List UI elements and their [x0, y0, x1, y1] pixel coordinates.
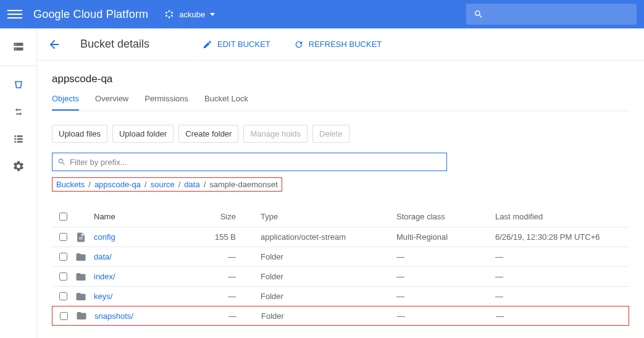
page-title: Bucket details	[80, 38, 149, 51]
create-folder-button[interactable]: Create folder	[178, 125, 238, 143]
table-row: config155 Bapplication/octet-streamMulti…	[52, 227, 629, 247]
crumb-current: sample-daemonset	[209, 180, 278, 189]
upload-files-button[interactable]: Upload files	[52, 125, 107, 143]
bucket-name: appscode-qa	[52, 73, 629, 85]
object-storage: —	[396, 292, 489, 301]
svg-rect-13	[17, 138, 22, 140]
crumb-bucket[interactable]: appscode-qa	[94, 180, 141, 189]
file-icon	[75, 232, 88, 243]
filter-box[interactable]	[52, 153, 447, 171]
table-header-row: Name Size Type Storage class Last modifi…	[52, 206, 629, 227]
row-checkbox[interactable]	[59, 273, 67, 281]
upload-folder-button[interactable]: Upload folder	[112, 125, 174, 143]
col-storage[interactable]: Storage class	[396, 212, 489, 221]
global-search[interactable]	[466, 4, 637, 25]
hex-dots-icon	[164, 9, 174, 19]
folder-icon	[75, 251, 88, 263]
pencil-icon	[203, 40, 212, 49]
nav-transfer-appliance[interactable]	[4, 127, 33, 151]
tab-objects[interactable]: Objects	[52, 94, 79, 111]
svg-rect-14	[14, 141, 16, 143]
col-name[interactable]: Name	[94, 212, 193, 221]
arrow-left-icon	[48, 38, 61, 51]
caret-down-icon	[210, 13, 215, 16]
product-name: Google Cloud Platform	[33, 8, 148, 21]
svg-rect-17	[79, 239, 83, 239]
object-modified: —	[495, 252, 624, 261]
svg-point-1	[165, 12, 167, 14]
svg-rect-6	[14, 43, 23, 46]
svg-point-9	[15, 49, 17, 50]
object-toolbar: Upload files Upload folder Create folder…	[52, 125, 629, 143]
svg-rect-12	[14, 138, 16, 140]
crumb-buckets[interactable]: Buckets	[56, 180, 85, 189]
refresh-bucket-label: REFRESH BUCKET	[309, 40, 382, 49]
crumb-source[interactable]: source	[151, 180, 175, 189]
svg-rect-7	[14, 48, 23, 51]
object-modified: 6/26/19, 12:30:28 PM UTC+6	[495, 232, 624, 242]
gear-icon	[12, 160, 25, 172]
project-name: ackube	[179, 10, 205, 19]
svg-point-0	[169, 11, 170, 12]
object-storage: Multi-Regional	[396, 232, 489, 242]
row-checkbox[interactable]	[59, 292, 67, 300]
col-size[interactable]: Size	[199, 212, 236, 221]
nav-buckets[interactable]	[4, 72, 33, 97]
crumb-data[interactable]: data	[184, 180, 199, 189]
svg-point-4	[171, 15, 173, 17]
object-type: Folder	[242, 272, 390, 281]
object-modified: —	[495, 292, 624, 301]
row-checkbox[interactable]	[59, 233, 67, 241]
object-type: Folder	[242, 252, 390, 261]
svg-rect-10	[14, 135, 16, 137]
back-button[interactable]	[40, 30, 69, 59]
col-modified[interactable]: Last modified	[495, 212, 624, 221]
object-modified: —	[496, 311, 624, 321]
search-icon	[474, 9, 483, 19]
object-name[interactable]: snapshots/	[94, 311, 193, 321]
transfer-icon	[12, 106, 25, 118]
object-storage: —	[396, 272, 489, 281]
nav-settings[interactable]	[4, 154, 33, 179]
breadcrumb: Buckets / appscode-qa / source / data / …	[52, 177, 282, 192]
tab-bucket-lock[interactable]: Bucket Lock	[204, 94, 248, 111]
manage-holds-button: Manage holds	[243, 125, 307, 143]
object-name[interactable]: index/	[94, 272, 193, 281]
object-type: Folder	[242, 292, 390, 301]
svg-point-5	[169, 17, 170, 19]
object-name[interactable]: keys/	[94, 292, 193, 301]
object-size: —	[199, 292, 236, 301]
menu-icon[interactable]	[7, 7, 22, 22]
refresh-bucket-button[interactable]: REFRESH BUCKET	[288, 36, 388, 53]
bucket-icon	[12, 78, 25, 91]
row-checkbox[interactable]	[60, 312, 68, 320]
delete-button: Delete	[312, 125, 349, 143]
filter-input[interactable]	[70, 158, 441, 167]
top-bar: Google Cloud Platform ackube	[0, 0, 644, 28]
tab-permissions[interactable]: Permissions	[144, 94, 188, 111]
row-checkbox[interactable]	[59, 253, 67, 261]
select-all-checkbox[interactable]	[59, 213, 67, 221]
svg-rect-11	[17, 135, 22, 137]
folder-icon	[75, 291, 88, 302]
object-storage: —	[397, 311, 490, 321]
list-icon	[12, 133, 25, 145]
tab-overview[interactable]: Overview	[95, 94, 128, 111]
table-row: data/—Folder——	[52, 247, 629, 267]
project-selector[interactable]: ackube	[164, 9, 215, 19]
edit-bucket-button[interactable]: EDIT BUCKET	[196, 36, 277, 53]
col-type[interactable]: Type	[242, 212, 390, 221]
svg-point-2	[171, 12, 173, 14]
objects-table: Name Size Type Storage class Last modifi…	[52, 206, 629, 326]
server-icon	[12, 41, 25, 53]
nav-browser[interactable]	[4, 35, 33, 59]
object-name[interactable]: data/	[94, 252, 193, 261]
object-size: —	[199, 272, 236, 281]
object-size: —	[199, 311, 236, 321]
nav-transfer[interactable]	[4, 99, 33, 124]
object-name[interactable]: config	[94, 232, 193, 242]
search-icon	[57, 158, 66, 166]
table-row: keys/—Folder——	[52, 287, 629, 306]
edit-bucket-label: EDIT BUCKET	[217, 40, 270, 49]
left-nav	[0, 28, 37, 338]
